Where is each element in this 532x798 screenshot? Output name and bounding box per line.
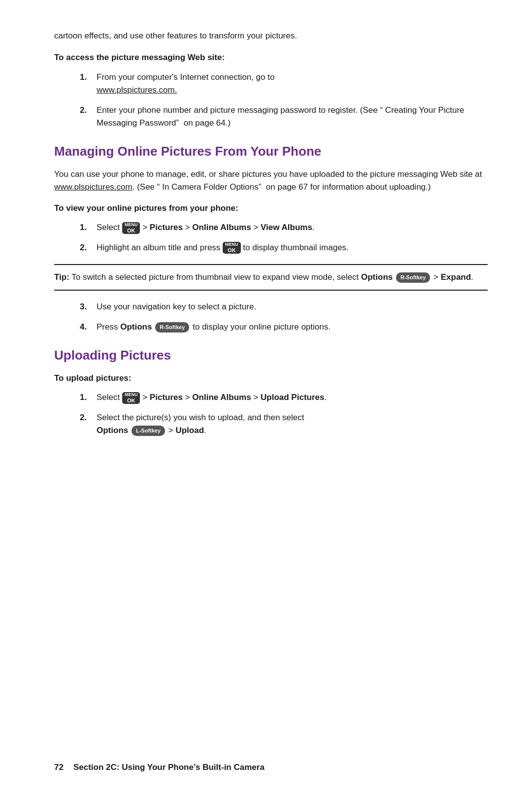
step-content: Use your navigation key to select a pict… [97,300,488,313]
view-label: To view your online pictures from your p… [54,202,488,215]
managing-step-1: 1. Select MENU OK > Pictures > Online Al… [78,221,488,234]
managing-steps-list: 1. Select MENU OK > Pictures > Online Al… [54,221,488,254]
step-num: 1. [78,221,97,234]
access-steps-list: 1. From your computer's Internet connect… [54,71,488,130]
access-label: To access the picture messaging Web site… [54,51,488,64]
step-content: Select the picture(s) you wish to upload… [97,411,488,437]
lsoftkey-badge: L-Softkey [132,426,165,436]
managing-step-2: 2. Highlight an album title and press ME… [78,241,488,254]
plspictures-link-1[interactable]: www.plspictures.com. [97,85,177,95]
continued-steps-list: 3. Use your navigation key to select a p… [54,300,488,333]
step-content: Select MENU OK > Pictures > Online Album… [97,221,488,234]
upload-step-1: 1. Select MENU OK > Pictures > Online Al… [78,391,488,404]
managing-body-paragraph: You can use your phone to manage, edit, … [54,168,488,194]
upload-label: To upload pictures: [54,372,488,385]
step-num: 2. [78,241,97,254]
step-content: From your computer's Internet connection… [97,71,488,97]
continued-step-3: 3. Use your navigation key to select a p… [78,300,488,313]
tip-expand: > Expand. [433,272,473,282]
footer-text: Section 2C: Using Your Phone’s Built-in … [73,761,265,774]
step-num: 1. [78,391,97,404]
step-content: Select MENU OK > Pictures > Online Album… [97,391,488,404]
step-num: 3. [78,300,97,313]
menu-ok-icon-1: MENU OK [122,222,140,234]
upload-steps-list: 1. Select MENU OK > Pictures > Online Al… [54,391,488,437]
tip-box: Tip: To switch a selected picture from t… [54,264,488,291]
upload-step-2: 2. Select the picture(s) you wish to upl… [78,411,488,437]
continued-step-4: 4. Press Options R-Softkey to display yo… [78,321,488,333]
rsoftkey-badge-4: R-Softkey [155,322,189,332]
menu-ok-icon-2: MENU OK [223,242,241,254]
step-num: 4. [78,321,97,333]
plspictures-link-2[interactable]: www.plspictures.com [54,182,133,192]
step-content: Press Options R-Softkey to display your … [97,321,488,333]
managing-section-heading: Managing Online Pictures From Your Phone [54,143,488,160]
access-step-2: 2. Enter your phone number and picture m… [78,104,488,130]
rsoftkey-badge-tip: R-Softkey [396,272,430,283]
footer-page-num: 72 [54,761,64,774]
upload-label-text: To upload pictures: [54,373,131,383]
step-num: 1. [78,71,97,84]
access-step-1: 1. From your computer's Internet connect… [78,71,488,97]
step-content: Highlight an album title and press MENU … [97,241,488,254]
tip-label: Tip: [54,272,69,282]
footer-bar: 72 Section 2C: Using Your Phone’s Built-… [0,761,532,774]
intro-text: cartoon effects, and use other features … [54,30,488,42]
step-num: 2. [78,104,97,117]
menu-ok-icon-3: MENU OK [122,392,140,404]
step-num: 2. [78,411,97,424]
step-content: Enter your phone number and picture mess… [97,104,488,130]
tip-text: To switch a selected picture from thumbn… [71,272,395,282]
uploading-section-heading: Uploading Pictures [54,347,488,364]
